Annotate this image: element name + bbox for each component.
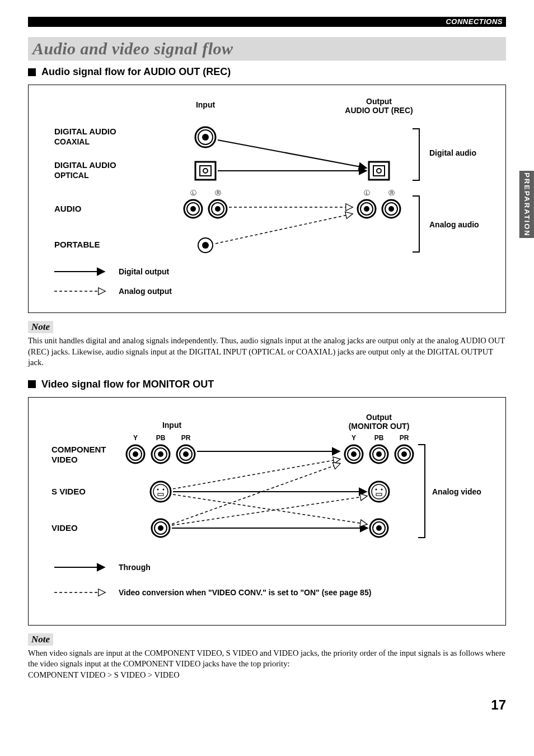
row-svideo: S VIDEO bbox=[51, 487, 86, 496]
square-bullet-icon bbox=[28, 380, 36, 388]
bracket-analog-icon bbox=[413, 196, 419, 252]
svg-point-44 bbox=[163, 488, 165, 490]
svg-point-8 bbox=[377, 169, 381, 173]
svg-point-22 bbox=[202, 242, 209, 249]
audio-diagram: Input Output AUDIO OUT (REC) DIGITAL AUD… bbox=[28, 85, 506, 313]
component-in-jacks-icon bbox=[127, 445, 195, 463]
row-component-2: VIDEO bbox=[51, 455, 78, 464]
comp-in-pb: PB bbox=[156, 434, 166, 442]
arrow-coax-to-optical bbox=[218, 140, 367, 168]
audio-heading: Audio signal flow for AUDIO OUT (REC) bbox=[28, 66, 506, 78]
audio-heading-text: Audio signal flow for AUDIO OUT (REC) bbox=[41, 66, 231, 78]
audio-out-l-label: Ⓛ bbox=[364, 189, 370, 196]
svg-point-56 bbox=[376, 525, 382, 531]
svg-point-42 bbox=[153, 484, 168, 499]
audio-input-header: Input bbox=[196, 100, 216, 109]
comp-out-pr: PR bbox=[400, 434, 409, 442]
audio-out-r-jack-icon bbox=[382, 200, 400, 218]
analog-video-label: Analog video bbox=[432, 487, 481, 496]
arrow-svideo-to-video bbox=[173, 494, 367, 524]
row-digital-coax-1: DIGITAL AUDIO bbox=[54, 127, 116, 136]
bracket-digital-icon bbox=[413, 129, 419, 180]
svg-point-28 bbox=[158, 451, 163, 457]
svg-rect-3 bbox=[195, 162, 216, 180]
comp-in-y: Y bbox=[133, 434, 138, 442]
svg-rect-50 bbox=[376, 493, 382, 496]
portable-jack-icon bbox=[198, 238, 213, 253]
square-bullet-icon bbox=[28, 68, 36, 76]
audio-in-l-label: Ⓛ bbox=[190, 189, 196, 196]
svg-point-43 bbox=[157, 488, 159, 490]
video-heading: Video signal flow for MONITOR OUT bbox=[28, 379, 506, 390]
video-note-body: When video signals are input at the COMP… bbox=[28, 648, 506, 670]
row-video: VIDEO bbox=[51, 523, 78, 533]
row-digital-opt-2: OPTICAL bbox=[54, 171, 89, 180]
svg-rect-4 bbox=[200, 166, 211, 176]
video-out-jack-icon bbox=[370, 519, 388, 537]
svg-point-53 bbox=[158, 525, 163, 531]
coaxial-jack-icon bbox=[195, 127, 216, 147]
legend-conv-label: Video conversion when "VIDEO CONV." is s… bbox=[119, 588, 371, 597]
svg-point-25 bbox=[133, 451, 138, 457]
arrow-svideo-to-component bbox=[173, 459, 340, 489]
svg-point-47 bbox=[372, 484, 386, 499]
legend-analog-label: Analog output bbox=[119, 287, 172, 296]
svg-point-17 bbox=[364, 206, 369, 212]
arrow-portable-to-audio bbox=[216, 214, 352, 244]
analog-audio-label: Analog audio bbox=[429, 220, 479, 229]
svideo-out-jack-icon bbox=[369, 482, 389, 502]
svg-point-14 bbox=[215, 206, 221, 212]
audio-output-header1: Output bbox=[366, 97, 392, 106]
header-bar: CONNECTIONS bbox=[28, 17, 506, 27]
audio-r-jack-icon bbox=[209, 200, 227, 218]
audio-output-header2: AUDIO OUT (REC) bbox=[345, 106, 413, 115]
svg-point-48 bbox=[376, 488, 377, 490]
header-section-label: CONNECTIONS bbox=[446, 17, 503, 26]
arrow-video-to-component bbox=[172, 464, 340, 524]
svg-rect-6 bbox=[369, 162, 389, 180]
video-note-label: Note bbox=[28, 633, 53, 646]
svg-point-20 bbox=[388, 206, 394, 212]
legend-through-label: Through bbox=[119, 563, 151, 572]
optical-jack-icon bbox=[195, 162, 216, 180]
row-portable: PORTABLE bbox=[54, 240, 100, 249]
svg-rect-45 bbox=[158, 493, 163, 496]
svg-point-5 bbox=[203, 169, 208, 173]
svg-rect-7 bbox=[373, 166, 385, 176]
video-diagram: Input Output (MONITOR OUT) COMPONENT VID… bbox=[28, 397, 506, 626]
svg-point-11 bbox=[190, 206, 196, 212]
comp-in-pr: PR bbox=[181, 434, 191, 442]
svg-point-40 bbox=[401, 451, 407, 457]
video-output-header2: (MONITOR OUT) bbox=[349, 422, 410, 431]
audio-note-body: This unit handles digital and analog sig… bbox=[28, 335, 506, 368]
row-digital-coax-2: COAXIAL bbox=[54, 137, 90, 146]
comp-out-y: Y bbox=[352, 434, 356, 442]
bracket-analog-video-icon bbox=[418, 445, 425, 538]
banner: Audio and video signal flow bbox=[28, 37, 506, 60]
svg-point-31 bbox=[183, 451, 189, 457]
optical-out-jack-icon bbox=[369, 162, 389, 180]
audio-diagram-svg: Input Output AUDIO OUT (REC) DIGITAL AUD… bbox=[39, 95, 495, 302]
component-out-jacks-icon bbox=[345, 445, 413, 463]
audio-in-r-label: Ⓡ bbox=[215, 189, 221, 196]
digital-audio-label: Digital audio bbox=[429, 148, 476, 157]
video-diagram-svg: Input Output (MONITOR OUT) COMPONENT VID… bbox=[39, 408, 495, 615]
row-audio: AUDIO bbox=[54, 204, 82, 213]
video-note-body-2: COMPONENT VIDEO > S VIDEO > VIDEO bbox=[28, 670, 506, 681]
row-component-1: COMPONENT bbox=[51, 445, 106, 454]
svg-point-37 bbox=[376, 451, 382, 457]
row-digital-opt-1: DIGITAL AUDIO bbox=[54, 160, 116, 170]
banner-title: Audio and video signal flow bbox=[32, 39, 233, 58]
comp-out-pb: PB bbox=[374, 434, 384, 442]
svg-point-2 bbox=[202, 134, 209, 141]
video-output-header1: Output bbox=[366, 413, 392, 422]
svideo-in-jack-icon bbox=[151, 482, 171, 502]
video-heading-text: Video signal flow for MONITOR OUT bbox=[41, 379, 214, 390]
audio-note-label: Note bbox=[28, 321, 53, 333]
video-input-header: Input bbox=[162, 421, 182, 430]
video-in-jack-icon bbox=[152, 519, 170, 537]
arrow-video-to-svideo bbox=[172, 496, 367, 525]
page-number: 17 bbox=[28, 697, 506, 713]
svg-point-49 bbox=[381, 488, 383, 490]
svg-point-34 bbox=[351, 451, 357, 457]
